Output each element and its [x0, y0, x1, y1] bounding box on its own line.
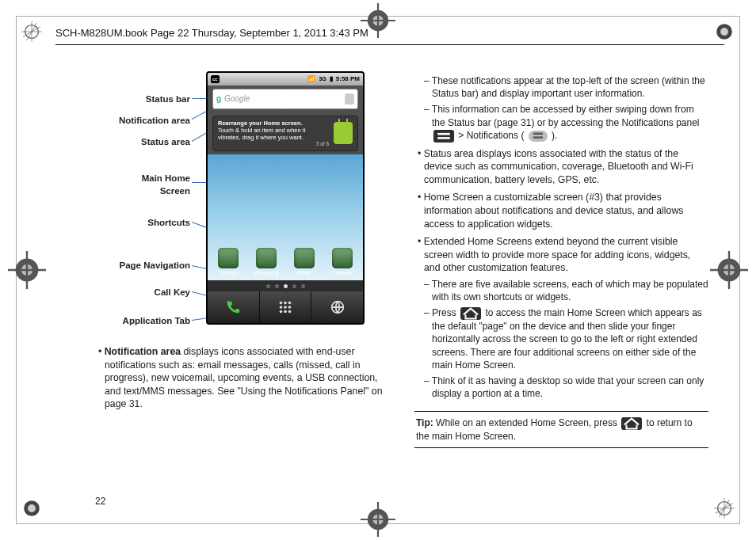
phone-wallpaper: Contacts Messaging Email Calendar: [208, 154, 363, 280]
svg-point-38: [288, 310, 292, 314]
phone-time: 5:58 PM: [336, 75, 360, 84]
phone-page-dots: [208, 280, 363, 291]
label-shortcuts: Shortcuts: [147, 217, 190, 230]
svg-point-37: [284, 310, 287, 314]
mic-icon: [345, 93, 354, 105]
phone-tip-title: Rearrange your Home screen.: [218, 120, 329, 127]
phone-tip: Rearrange your Home screen. Touch & hold…: [212, 116, 358, 151]
right-bullet-2: Status area displays icons associated wi…: [414, 147, 708, 187]
phone-app-drawer: [259, 291, 311, 323]
signal-icon: 📶: [307, 75, 315, 84]
app-calendar: Calendar: [326, 248, 358, 277]
tip-box: Tip: While on an extended Home Screen, p…: [414, 411, 708, 448]
label-notification-area: Notification area: [119, 115, 190, 127]
phone-call-key: [208, 291, 259, 323]
right-bullet-4: Extended Home Screens extend beyond the …: [414, 235, 708, 275]
right-column: These notifications appear at the top-le…: [414, 71, 708, 492]
registration-mark-icon: [361, 502, 395, 537]
registration-mark-icon: [710, 251, 748, 289]
registration-mark-icon: [361, 3, 395, 38]
svg-rect-40: [437, 133, 450, 135]
svg-point-35: [288, 306, 292, 309]
svg-point-36: [280, 310, 283, 314]
svg-point-34: [284, 306, 287, 309]
cc-icon: cc: [211, 75, 220, 83]
google-g-icon: g: [216, 93, 221, 105]
right-sub-2: This information can be accessed by eith…: [414, 103, 708, 142]
email-icon: [294, 248, 315, 268]
phone-search: g Google: [212, 89, 358, 109]
content-columns: Status bar Notification area Status area…: [95, 71, 708, 492]
figure: Status bar Notification area Status area…: [95, 71, 389, 340]
registration-mark-icon: [8, 251, 46, 289]
phone-app-row: Contacts Messaging Email Calendar: [212, 248, 358, 277]
home-icon: [621, 417, 642, 430]
phone-statusbar: cc 📶 3G ▮ 5:58 PM: [208, 73, 363, 86]
registration-mark-icon: [713, 21, 735, 43]
header-text: SCH-M828UM.book Page 22 Thursday, Septem…: [55, 21, 378, 45]
phone-mock: cc 📶 3G ▮ 5:58 PM g Google Rearrange you…: [206, 71, 365, 325]
notifications-panel-icon: [433, 130, 454, 143]
label-main-home: Main Home Screen: [142, 173, 190, 197]
android-icon: [334, 122, 353, 144]
battery-icon: ▮: [330, 75, 333, 84]
calendar-icon: [332, 248, 353, 268]
header-rule: [55, 44, 724, 45]
tip-label: Tip:: [416, 417, 433, 428]
messaging-icon: [256, 248, 277, 268]
phone-search-placeholder: Google: [224, 93, 342, 105]
phone-tip-count: 3 of 6: [218, 141, 329, 147]
left-bullet: Notification area displays icons associa…: [95, 345, 389, 411]
svg-point-30: [280, 302, 283, 305]
right-sub-3: There are five available screens, each o…: [414, 278, 708, 303]
app-email: Email: [288, 248, 320, 277]
right-sub-5: Think of it as having a desktop so wide …: [414, 375, 708, 400]
app-contacts: Contacts: [212, 248, 244, 277]
registration-mark-icon: [713, 497, 735, 519]
right-sub-4: Press to access the main Home Screen whi…: [414, 306, 708, 371]
svg-rect-43: [533, 137, 543, 139]
notifications-icon: [529, 131, 548, 142]
phone-browser: [311, 291, 363, 323]
label-status-area: Status area: [141, 136, 190, 149]
svg-point-33: [280, 306, 283, 309]
3g-icon: 3G: [319, 75, 326, 82]
home-icon: [460, 307, 481, 320]
right-sub-1: These notifications appear at the top-le…: [414, 74, 708, 100]
svg-rect-41: [437, 137, 450, 139]
svg-point-6: [720, 28, 728, 36]
label-page-nav: Page Navigation: [120, 260, 190, 272]
left-bullet-title: Notification area: [105, 346, 181, 357]
svg-point-32: [288, 302, 292, 305]
phone-navbar: [208, 291, 363, 323]
label-status-bar: Status bar: [146, 93, 190, 106]
app-messaging: Messaging: [250, 248, 282, 277]
contacts-icon: [218, 248, 239, 268]
page-number: 22: [95, 496, 105, 507]
svg-point-8: [28, 504, 36, 512]
label-app-tab: Application Tab: [123, 315, 190, 328]
left-column: Status bar Notification area Status area…: [95, 71, 389, 492]
right-bullet-3: Home Screen a customizable screen (#3) t…: [414, 191, 708, 230]
phone-tip-body: Touch & hold an item and when it vibrate…: [218, 127, 329, 141]
registration-mark-icon: [21, 21, 43, 43]
svg-rect-42: [533, 133, 543, 135]
registration-mark-icon: [21, 497, 43, 519]
label-call-key: Call Key: [155, 287, 190, 299]
svg-point-31: [284, 302, 287, 305]
